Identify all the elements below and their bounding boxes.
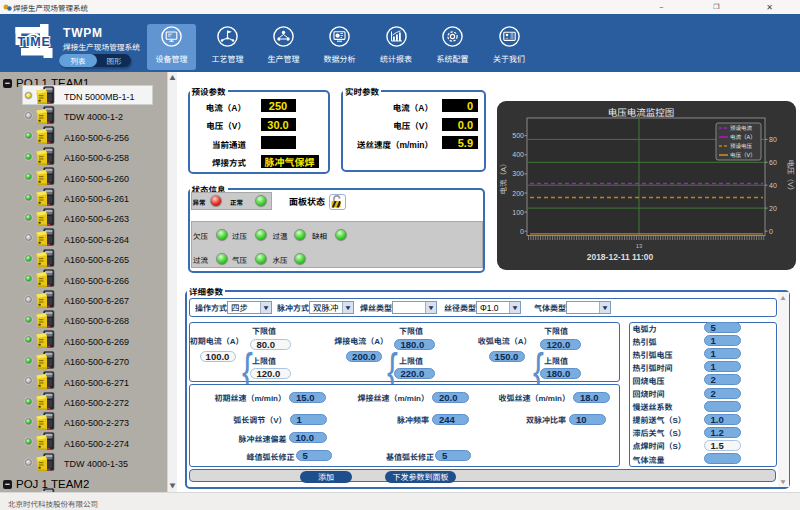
svg-text:100: 100 [512, 207, 524, 217]
svg-text:300: 300 [512, 168, 524, 178]
svg-text:2018-12-11 11:00: 2018-12-11 11:00 [587, 250, 654, 262]
svg-text:40: 40 [769, 180, 777, 190]
svg-text:TIME: TIME [17, 31, 50, 50]
svg-text:电流（A）: 电流（A） [730, 133, 756, 141]
svg-text:200: 200 [512, 188, 524, 198]
svg-text:20: 20 [769, 203, 777, 213]
svg-text:电流（A）: 电流（A） [497, 159, 508, 194]
svg-text:电压（V）: 电压（V） [730, 151, 756, 159]
svg-text:预设电压: 预设电压 [730, 142, 753, 150]
svg-text:80: 80 [769, 134, 777, 144]
svg-text:13: 13 [636, 241, 643, 250]
svg-text:500: 500 [512, 130, 524, 140]
svg-text:400: 400 [512, 149, 524, 159]
svg-text:预设电流: 预设电流 [730, 124, 753, 132]
svg-text:电压电流监控图: 电压电流监控图 [608, 105, 675, 119]
svg-text:0: 0 [769, 226, 773, 236]
svg-text:60: 60 [769, 157, 777, 167]
svg-text:电压（V）: 电压（V） [786, 159, 796, 194]
svg-text:0: 0 [520, 226, 524, 236]
